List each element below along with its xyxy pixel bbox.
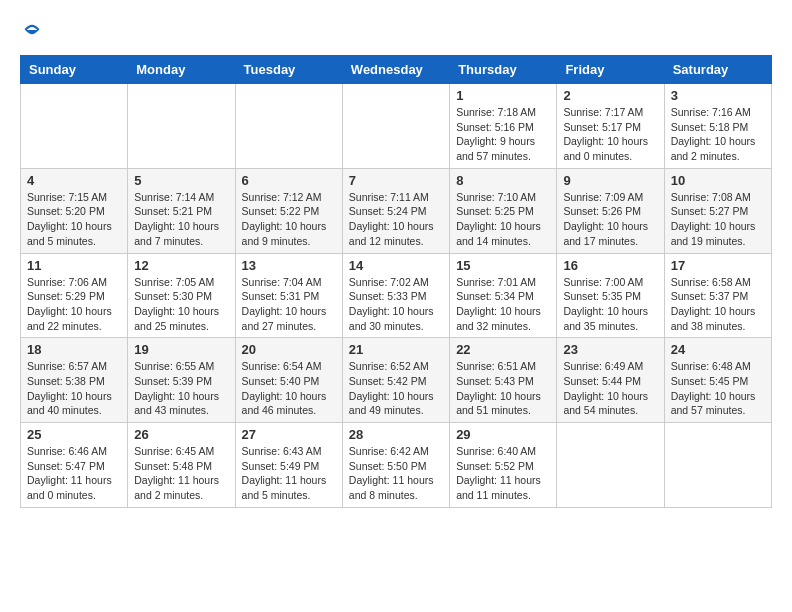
calendar-cell: 13Sunrise: 7:04 AM Sunset: 5:31 PM Dayli…	[235, 253, 342, 338]
day-info: Sunrise: 6:49 AM Sunset: 5:44 PM Dayligh…	[563, 359, 657, 418]
calendar-cell: 28Sunrise: 6:42 AM Sunset: 5:50 PM Dayli…	[342, 423, 449, 508]
day-info: Sunrise: 6:55 AM Sunset: 5:39 PM Dayligh…	[134, 359, 228, 418]
day-number: 20	[242, 342, 336, 357]
calendar-table: SundayMondayTuesdayWednesdayThursdayFrid…	[20, 55, 772, 508]
week-row-5: 25Sunrise: 6:46 AM Sunset: 5:47 PM Dayli…	[21, 423, 772, 508]
day-info: Sunrise: 7:09 AM Sunset: 5:26 PM Dayligh…	[563, 190, 657, 249]
calendar-cell	[664, 423, 771, 508]
calendar-cell: 4Sunrise: 7:15 AM Sunset: 5:20 PM Daylig…	[21, 168, 128, 253]
calendar-cell: 17Sunrise: 6:58 AM Sunset: 5:37 PM Dayli…	[664, 253, 771, 338]
calendar-cell: 10Sunrise: 7:08 AM Sunset: 5:27 PM Dayli…	[664, 168, 771, 253]
day-number: 8	[456, 173, 550, 188]
calendar-cell: 16Sunrise: 7:00 AM Sunset: 5:35 PM Dayli…	[557, 253, 664, 338]
day-number: 16	[563, 258, 657, 273]
logo	[20, 20, 42, 45]
day-number: 15	[456, 258, 550, 273]
day-header-tuesday: Tuesday	[235, 56, 342, 84]
calendar-cell	[557, 423, 664, 508]
day-number: 1	[456, 88, 550, 103]
header	[20, 20, 772, 45]
day-header-saturday: Saturday	[664, 56, 771, 84]
day-info: Sunrise: 6:43 AM Sunset: 5:49 PM Dayligh…	[242, 444, 336, 503]
day-number: 23	[563, 342, 657, 357]
day-header-thursday: Thursday	[450, 56, 557, 84]
calendar-cell: 11Sunrise: 7:06 AM Sunset: 5:29 PM Dayli…	[21, 253, 128, 338]
week-row-2: 4Sunrise: 7:15 AM Sunset: 5:20 PM Daylig…	[21, 168, 772, 253]
day-number: 27	[242, 427, 336, 442]
day-info: Sunrise: 6:52 AM Sunset: 5:42 PM Dayligh…	[349, 359, 443, 418]
day-info: Sunrise: 7:04 AM Sunset: 5:31 PM Dayligh…	[242, 275, 336, 334]
day-number: 2	[563, 88, 657, 103]
day-info: Sunrise: 7:08 AM Sunset: 5:27 PM Dayligh…	[671, 190, 765, 249]
day-info: Sunrise: 7:02 AM Sunset: 5:33 PM Dayligh…	[349, 275, 443, 334]
day-info: Sunrise: 7:14 AM Sunset: 5:21 PM Dayligh…	[134, 190, 228, 249]
calendar-cell: 2Sunrise: 7:17 AM Sunset: 5:17 PM Daylig…	[557, 84, 664, 169]
day-info: Sunrise: 7:11 AM Sunset: 5:24 PM Dayligh…	[349, 190, 443, 249]
day-info: Sunrise: 6:46 AM Sunset: 5:47 PM Dayligh…	[27, 444, 121, 503]
day-number: 17	[671, 258, 765, 273]
day-number: 28	[349, 427, 443, 442]
calendar-cell: 20Sunrise: 6:54 AM Sunset: 5:40 PM Dayli…	[235, 338, 342, 423]
day-info: Sunrise: 7:06 AM Sunset: 5:29 PM Dayligh…	[27, 275, 121, 334]
week-row-4: 18Sunrise: 6:57 AM Sunset: 5:38 PM Dayli…	[21, 338, 772, 423]
day-info: Sunrise: 7:18 AM Sunset: 5:16 PM Dayligh…	[456, 105, 550, 164]
week-row-1: 1Sunrise: 7:18 AM Sunset: 5:16 PM Daylig…	[21, 84, 772, 169]
calendar-cell: 15Sunrise: 7:01 AM Sunset: 5:34 PM Dayli…	[450, 253, 557, 338]
calendar-cell: 26Sunrise: 6:45 AM Sunset: 5:48 PM Dayli…	[128, 423, 235, 508]
day-number: 25	[27, 427, 121, 442]
calendar-cell	[128, 84, 235, 169]
calendar-cell: 1Sunrise: 7:18 AM Sunset: 5:16 PM Daylig…	[450, 84, 557, 169]
day-info: Sunrise: 6:40 AM Sunset: 5:52 PM Dayligh…	[456, 444, 550, 503]
day-number: 19	[134, 342, 228, 357]
calendar-cell: 29Sunrise: 6:40 AM Sunset: 5:52 PM Dayli…	[450, 423, 557, 508]
day-info: Sunrise: 6:45 AM Sunset: 5:48 PM Dayligh…	[134, 444, 228, 503]
day-number: 5	[134, 173, 228, 188]
day-number: 24	[671, 342, 765, 357]
day-info: Sunrise: 6:57 AM Sunset: 5:38 PM Dayligh…	[27, 359, 121, 418]
day-info: Sunrise: 6:48 AM Sunset: 5:45 PM Dayligh…	[671, 359, 765, 418]
day-info: Sunrise: 7:00 AM Sunset: 5:35 PM Dayligh…	[563, 275, 657, 334]
day-number: 10	[671, 173, 765, 188]
logo-icon	[22, 20, 42, 40]
day-number: 13	[242, 258, 336, 273]
calendar-cell	[342, 84, 449, 169]
calendar-cell: 3Sunrise: 7:16 AM Sunset: 5:18 PM Daylig…	[664, 84, 771, 169]
day-number: 29	[456, 427, 550, 442]
day-header-wednesday: Wednesday	[342, 56, 449, 84]
day-header-friday: Friday	[557, 56, 664, 84]
calendar-cell: 24Sunrise: 6:48 AM Sunset: 5:45 PM Dayli…	[664, 338, 771, 423]
calendar-cell: 8Sunrise: 7:10 AM Sunset: 5:25 PM Daylig…	[450, 168, 557, 253]
day-number: 6	[242, 173, 336, 188]
calendar-cell	[21, 84, 128, 169]
calendar-cell: 14Sunrise: 7:02 AM Sunset: 5:33 PM Dayli…	[342, 253, 449, 338]
day-info: Sunrise: 6:42 AM Sunset: 5:50 PM Dayligh…	[349, 444, 443, 503]
calendar-cell: 19Sunrise: 6:55 AM Sunset: 5:39 PM Dayli…	[128, 338, 235, 423]
calendar-cell: 27Sunrise: 6:43 AM Sunset: 5:49 PM Dayli…	[235, 423, 342, 508]
calendar-cell	[235, 84, 342, 169]
calendar-cell: 12Sunrise: 7:05 AM Sunset: 5:30 PM Dayli…	[128, 253, 235, 338]
day-number: 14	[349, 258, 443, 273]
calendar-cell: 9Sunrise: 7:09 AM Sunset: 5:26 PM Daylig…	[557, 168, 664, 253]
day-header-sunday: Sunday	[21, 56, 128, 84]
week-row-3: 11Sunrise: 7:06 AM Sunset: 5:29 PM Dayli…	[21, 253, 772, 338]
day-number: 3	[671, 88, 765, 103]
calendar-cell: 25Sunrise: 6:46 AM Sunset: 5:47 PM Dayli…	[21, 423, 128, 508]
day-info: Sunrise: 7:15 AM Sunset: 5:20 PM Dayligh…	[27, 190, 121, 249]
day-number: 12	[134, 258, 228, 273]
day-info: Sunrise: 6:58 AM Sunset: 5:37 PM Dayligh…	[671, 275, 765, 334]
day-header-monday: Monday	[128, 56, 235, 84]
days-header-row: SundayMondayTuesdayWednesdayThursdayFrid…	[21, 56, 772, 84]
day-info: Sunrise: 7:10 AM Sunset: 5:25 PM Dayligh…	[456, 190, 550, 249]
day-info: Sunrise: 6:51 AM Sunset: 5:43 PM Dayligh…	[456, 359, 550, 418]
day-number: 11	[27, 258, 121, 273]
day-info: Sunrise: 6:54 AM Sunset: 5:40 PM Dayligh…	[242, 359, 336, 418]
calendar-cell: 18Sunrise: 6:57 AM Sunset: 5:38 PM Dayli…	[21, 338, 128, 423]
day-number: 21	[349, 342, 443, 357]
day-number: 26	[134, 427, 228, 442]
day-number: 7	[349, 173, 443, 188]
calendar-cell: 21Sunrise: 6:52 AM Sunset: 5:42 PM Dayli…	[342, 338, 449, 423]
day-info: Sunrise: 7:12 AM Sunset: 5:22 PM Dayligh…	[242, 190, 336, 249]
day-info: Sunrise: 7:17 AM Sunset: 5:17 PM Dayligh…	[563, 105, 657, 164]
day-number: 9	[563, 173, 657, 188]
day-info: Sunrise: 7:16 AM Sunset: 5:18 PM Dayligh…	[671, 105, 765, 164]
